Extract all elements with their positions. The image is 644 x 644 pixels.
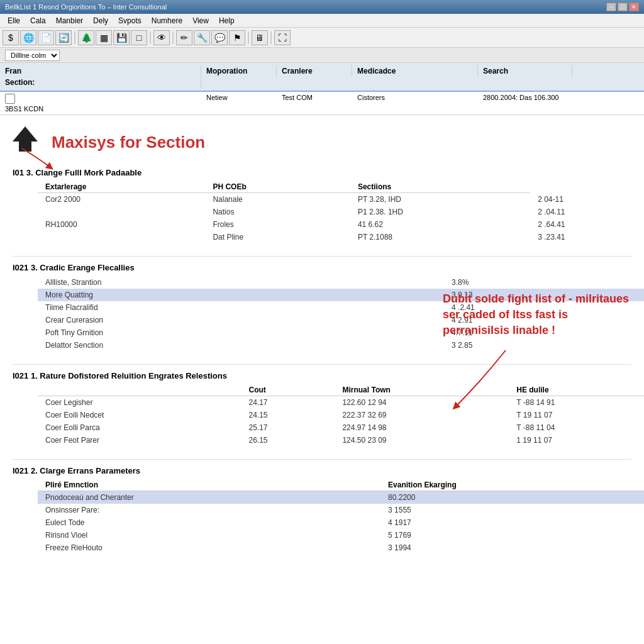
s2-r5c1: Poft Tiny Grnition	[38, 326, 444, 339]
menu-bar: Elle Cala Manbier Dely Svpots Numhere Vi…	[0, 14, 644, 28]
sub-col3: Test COM	[277, 93, 352, 104]
section1-table: Extarlerage PH COEb Sectiions Cor2 2000 …	[38, 181, 644, 243]
table-row: Coer Feot Parer 26.15 124.50 23 09 1 19 …	[38, 434, 644, 447]
toolbar-btn-chat[interactable]: 💬	[211, 30, 228, 45]
s1-r1c1: Cor2 2000	[38, 193, 205, 206]
menu-view[interactable]: View	[187, 15, 214, 26]
maximize-button[interactable]: □	[618, 3, 628, 11]
section4-table: Pliré Emnction Evanition Ekarging Pnodoc…	[38, 479, 644, 554]
toolbar-sep1	[74, 31, 75, 44]
toolbar-btn-tree[interactable]: 🌲	[78, 30, 94, 45]
s3-th2: Cout	[242, 384, 335, 396]
annotation-text: Dubit solde fight list of - milritaues s…	[443, 292, 629, 336]
main-section-title: Maxisys for Section	[52, 133, 205, 152]
menu-dely[interactable]: Dely	[88, 15, 113, 26]
s1-r2c4: 2 .04.11	[530, 206, 644, 218]
s3-r3c4: T -88 11 04	[509, 421, 644, 434]
menu-elle[interactable]: Elle	[3, 15, 25, 26]
table-row: Eulect Tode 4 1917	[38, 516, 644, 529]
table-row: Freeze RieHouto 3 1994	[38, 541, 644, 554]
red-arrow-svg	[19, 145, 57, 170]
s1-r2c2: Natios	[205, 206, 350, 218]
col-header-cranlere: Cranlere	[277, 65, 352, 77]
s2-r4c1: Crear Curerasion	[38, 314, 444, 326]
s3-r1c2: 24.17	[242, 396, 335, 409]
s1-r3c4: 2 .64.41	[530, 218, 644, 231]
toolbar-btn-box[interactable]: □	[131, 30, 147, 45]
divider1	[13, 256, 631, 257]
menu-cala[interactable]: Cala	[25, 15, 51, 26]
col-header-search: Search	[478, 65, 572, 77]
main-content: Maxisys for Section Dubit solde fight li…	[0, 115, 644, 644]
sub-col6: 3BS1 KCDN	[0, 104, 201, 113]
s4-r3c1: Eulect Tode	[38, 516, 380, 529]
menu-numhere[interactable]: Numhere	[147, 15, 187, 26]
toolbar-sep5	[270, 31, 272, 44]
s1-r1c3: PT 3.28, IHD	[350, 193, 530, 206]
toolbar-btn-monitor[interactable]: 🖥	[252, 30, 268, 45]
table-row: Onsinsser Pare: 3 1555	[38, 504, 644, 516]
table-row: Allliste, Strantion 3.8%	[38, 276, 644, 289]
s4-r4c2: 5 1769	[380, 529, 644, 541]
toolbar-btn-refresh[interactable]: 🔄	[55, 30, 72, 45]
section4-label: I021 2. Clarge Errans Parameters	[13, 466, 631, 475]
col-header-section: Section:	[0, 77, 201, 88]
annotation-box: Dubit solde fight list of - milritaues s…	[443, 291, 631, 419]
table-row: Dat Pline PT 2.1088 3 .23.41	[38, 231, 644, 243]
s4-r3c2: 4 1917	[380, 516, 644, 529]
divider3	[13, 459, 631, 460]
s3-r2c1: Coer Eoili Nedcet	[38, 409, 242, 421]
s1-r4c1	[38, 231, 205, 243]
toolbar-sep3	[172, 31, 174, 44]
logo-area	[13, 126, 44, 158]
s3-r4c1: Coer Feot Parer	[38, 434, 242, 447]
s3-r4c2: 26.15	[242, 434, 335, 447]
s3-th1	[38, 384, 242, 396]
toolbar-btn-globe[interactable]: 🌐	[20, 30, 36, 45]
s2-r1c2: 3.8%	[444, 276, 644, 289]
table-row: Natios P1 2.38. 1HD 2 .04.11	[38, 206, 644, 218]
table-row: Cor2 2000 Nalanale PT 3.28, IHD 2 04-11	[38, 193, 644, 206]
s1-th3: Sectiions	[350, 181, 530, 193]
toolbar-btn-pick[interactable]: 🔧	[194, 30, 210, 45]
s3-r4c3: 124.50 23 09	[335, 434, 509, 447]
col-header-fran: Fran	[0, 65, 201, 77]
toolbar-btn-flag[interactable]: ⚑	[229, 30, 245, 45]
s2-r3c1: Tiime Flacralifid	[38, 301, 444, 314]
s4-th2: Evanition Ekarging	[380, 479, 644, 491]
s2-r1c1: Allliste, Strantion	[38, 276, 444, 289]
toolbar-btn-dollar[interactable]: $	[3, 30, 19, 45]
s2-r2c1: More Quatting	[38, 289, 444, 301]
s4-r5c2: 3 1994	[380, 541, 644, 554]
minimize-button[interactable]: –	[606, 3, 616, 11]
menu-manbier[interactable]: Manbier	[51, 15, 88, 26]
s1-r3c3: 41 6.62	[350, 218, 530, 231]
sub-col4: Cistorers	[352, 93, 478, 104]
toolbar-btn-expand[interactable]: ⛶	[274, 30, 291, 45]
dilllne-colm-dropdown[interactable]: Dilllne colm	[5, 50, 60, 61]
s1-th2: PH COEb	[205, 181, 350, 193]
s4-r4c1: Ririsnd Vioel	[38, 529, 380, 541]
s1-r2c1	[38, 206, 205, 218]
toolbar-btn-eye[interactable]: 👁	[153, 30, 170, 45]
menu-help[interactable]: Help	[214, 15, 240, 26]
sub-col2: Netiew	[201, 93, 277, 104]
toolbar-btn-pencil[interactable]: ✏	[176, 30, 192, 45]
close-button[interactable]: ✕	[629, 3, 639, 11]
sub-col1	[0, 93, 201, 104]
window-title: BellkList 1 Reond Orgioritions To – Inte…	[5, 3, 167, 11]
toolbar-btn-page[interactable]: 📄	[38, 30, 54, 45]
table-row: RH10000 Froles 41 6.62 2 .64.41	[38, 218, 644, 231]
toolbar-btn-grid[interactable]: ▦	[96, 30, 112, 45]
s3-r3c1: Coer Eolli Parca	[38, 421, 242, 434]
window-controls[interactable]: – □ ✕	[606, 3, 639, 11]
toolbar-btn-save[interactable]: 💾	[113, 30, 130, 45]
toolbar-sep2	[150, 31, 151, 44]
section2-label: I021 3. Cradic Erange Flecallies	[13, 263, 631, 272]
title-bar: BellkList 1 Reond Orgioritions To – Inte…	[0, 0, 644, 14]
s4-r1c2: 80.2200	[380, 491, 644, 504]
fran-input[interactable]	[5, 94, 15, 104]
s4-r2c2: 3 1555	[380, 504, 644, 516]
menu-svpots[interactable]: Svpots	[113, 15, 147, 26]
s1-r3c1: RH10000	[38, 218, 205, 231]
